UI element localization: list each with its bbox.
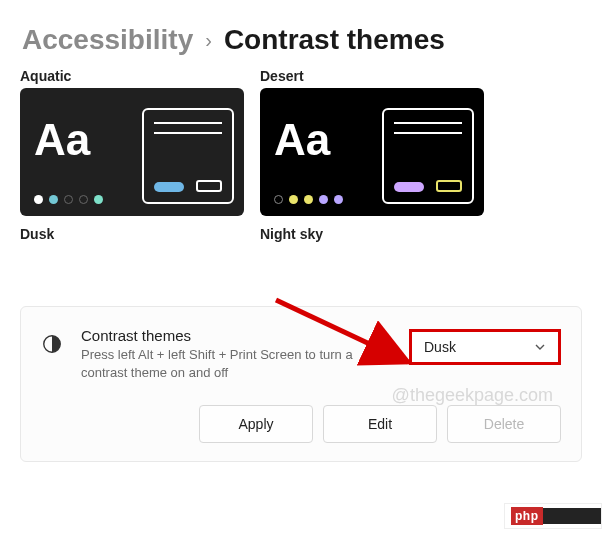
theme-previews-row: Aquatic Aa Desert Aa [0,66,602,216]
palette-dots [274,195,343,204]
card-description: Press left Alt + left Shift + Print Scre… [81,346,361,381]
theme-preview-aquatic[interactable]: Aa [20,88,244,216]
card-title: Contrast themes [81,327,391,344]
sample-text-icon: Aa [34,118,90,162]
window-preview-icon [142,108,234,204]
breadcrumb-current: Contrast themes [224,24,445,56]
badge-label: php [511,507,543,525]
chevron-right-icon: › [205,29,212,52]
delete-button[interactable]: Delete [447,405,561,443]
contrast-themes-card: Contrast themes Press left Alt + left Sh… [20,306,582,462]
theme-select-dropdown[interactable]: Dusk [409,329,561,365]
theme-label-nightsky: Night sky [260,226,484,242]
dropdown-value: Dusk [424,339,456,355]
action-buttons-row: Apply Edit Delete [41,405,561,443]
theme-label-dusk: Dusk [20,226,244,242]
watermark-text: @thegeekpage.com [392,385,553,406]
chevron-down-icon [534,341,546,353]
breadcrumb-parent[interactable]: Accessibility [22,24,193,56]
theme-label: Aquatic [20,68,244,84]
source-badge: php [504,503,602,529]
edit-button[interactable]: Edit [323,405,437,443]
theme-tile-aquatic: Aquatic Aa [20,66,244,216]
theme-labels-row: Dusk Night sky [0,224,602,246]
contrast-icon [41,333,63,355]
badge-bar-icon [543,508,602,524]
sample-text-icon: Aa [274,118,330,162]
theme-preview-desert[interactable]: Aa [260,88,484,216]
palette-dots [34,195,103,204]
window-preview-icon [382,108,474,204]
breadcrumb: Accessibility › Contrast themes [0,0,602,66]
theme-label: Desert [260,68,484,84]
apply-button[interactable]: Apply [199,405,313,443]
theme-tile-desert: Desert Aa [260,66,484,216]
